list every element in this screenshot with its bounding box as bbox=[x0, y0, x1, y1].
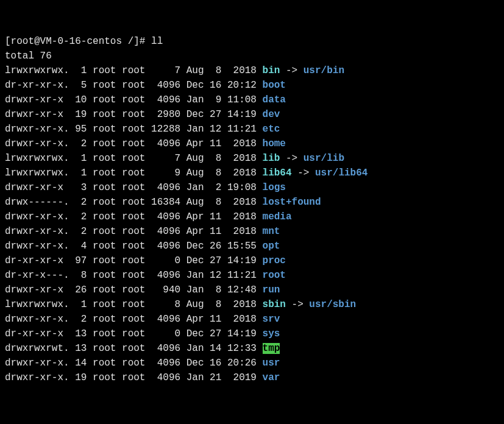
owner: root bbox=[93, 94, 116, 105]
owner: root bbox=[93, 168, 116, 178]
file-name-proc: proc bbox=[263, 255, 286, 266]
listing-row: drwxr-xr-x. 2 root root 4096 Apr 11 2018… bbox=[5, 224, 499, 239]
link-count: 8 bbox=[69, 270, 87, 281]
listing-row: dr-xr-xr-x 97 root root 0 Dec 27 14:19 p… bbox=[5, 253, 499, 268]
link-count: 97 bbox=[69, 255, 87, 266]
link-count: 95 bbox=[69, 124, 87, 135]
link-count: 1 bbox=[69, 153, 87, 164]
listing-row: drwx------. 2 root root 16384 Aug 8 2018… bbox=[5, 195, 499, 210]
date-month: Dec bbox=[186, 255, 204, 266]
file-name-sys: sys bbox=[263, 328, 280, 339]
group: root bbox=[122, 299, 145, 310]
group: root bbox=[122, 211, 145, 222]
listing-row: drwxr-xr-x 10 root root 4096 Jan 9 11:08… bbox=[5, 93, 499, 107]
permissions: drwxr-xr-x bbox=[5, 284, 69, 295]
file-name-data: data bbox=[263, 94, 286, 105]
permissions: drwxr-xr-x. bbox=[5, 372, 69, 383]
date-month: Aug bbox=[186, 299, 204, 310]
date-month: Dec bbox=[186, 80, 204, 91]
date-time: 11:21 bbox=[227, 124, 257, 135]
listing-row: drwxr-xr-x 19 root root 2980 Dec 27 14:1… bbox=[5, 107, 499, 122]
link-arrow: -> bbox=[286, 299, 309, 310]
date-day: 26 bbox=[204, 241, 222, 252]
date-day: 12 bbox=[204, 124, 222, 135]
owner: root bbox=[93, 109, 116, 120]
owner: root bbox=[93, 211, 116, 222]
date-time: 2018 bbox=[227, 226, 257, 237]
date-time: 11:21 bbox=[227, 270, 257, 281]
group: root bbox=[122, 168, 145, 178]
owner: root bbox=[93, 182, 116, 193]
link-target-bin: usr/bin bbox=[303, 65, 344, 76]
command-text: ll bbox=[151, 36, 163, 47]
date-month: Aug bbox=[186, 197, 204, 208]
date-day: 8 bbox=[204, 168, 222, 178]
link-arrow: -> bbox=[292, 168, 315, 178]
link-count: 5 bbox=[69, 80, 87, 91]
link-target-lib64: usr/lib64 bbox=[315, 168, 367, 178]
shell-prompt: [root@VM-0-16-centos /]# bbox=[5, 36, 151, 47]
listing-row: lrwxrwxrwx. 1 root root 7 Aug 8 2018 bin… bbox=[5, 63, 499, 78]
size: 7 bbox=[145, 153, 180, 164]
owner: root bbox=[93, 197, 116, 208]
date-month: Jan bbox=[186, 284, 204, 295]
file-name-boot: boot bbox=[263, 80, 286, 91]
date-time: 14:19 bbox=[227, 255, 257, 266]
size: 0 bbox=[145, 328, 180, 339]
terminal-output[interactable]: [root@VM-0-16-centos /]# lltotal 76lrwxr… bbox=[5, 34, 499, 385]
date-time: 2018 bbox=[227, 299, 257, 310]
link-target-sbin: usr/sbin bbox=[309, 299, 356, 310]
file-name-media: media bbox=[263, 211, 292, 222]
permissions: drwxr-xr-x. bbox=[5, 226, 69, 237]
date-time: 2018 bbox=[227, 65, 257, 76]
date-month: Dec bbox=[186, 328, 204, 339]
file-name-lib64: lib64 bbox=[263, 168, 292, 178]
permissions: drwxr-xr-x. bbox=[5, 211, 69, 222]
group: root bbox=[122, 109, 145, 120]
date-day: 11 bbox=[204, 138, 222, 149]
permissions: drwxr-xr-x. bbox=[5, 138, 69, 149]
owner: root bbox=[93, 124, 116, 135]
date-time: 12:33 bbox=[227, 343, 257, 354]
listing-row: dr-xr-xr-x 13 root root 0 Dec 27 14:19 s… bbox=[5, 327, 499, 341]
size: 0 bbox=[145, 255, 180, 266]
link-count: 19 bbox=[69, 109, 87, 120]
date-month: Jan bbox=[186, 124, 204, 135]
date-month: Apr bbox=[186, 138, 204, 149]
file-name-logs: logs bbox=[263, 182, 286, 193]
date-month: Aug bbox=[186, 153, 204, 164]
owner: root bbox=[93, 328, 116, 339]
listing-row: lrwxrwxrwx. 1 root root 9 Aug 8 2018 lib… bbox=[5, 166, 499, 180]
link-count: 13 bbox=[69, 328, 87, 339]
link-count: 3 bbox=[69, 182, 87, 193]
listing-row: lrwxrwxrwx. 1 root root 7 Aug 8 2018 lib… bbox=[5, 151, 499, 166]
link-count: 2 bbox=[69, 211, 87, 222]
date-day: 11 bbox=[204, 226, 222, 237]
file-name-dev: dev bbox=[263, 109, 280, 120]
permissions: drwx------. bbox=[5, 197, 69, 208]
date-day: 11 bbox=[204, 211, 222, 222]
size: 12288 bbox=[145, 124, 180, 135]
date-day: 9 bbox=[204, 94, 222, 105]
permissions: drwxr-xr-x. bbox=[5, 358, 69, 369]
date-month: Dec bbox=[186, 109, 204, 120]
permissions: lrwxrwxrwx. bbox=[5, 153, 69, 164]
listing-row: drwxr-xr-x. 2 root root 4096 Apr 11 2018… bbox=[5, 312, 499, 327]
date-day: 27 bbox=[204, 328, 222, 339]
listing-row: dr-xr-x---. 8 root root 4096 Jan 12 11:2… bbox=[5, 268, 499, 283]
group: root bbox=[122, 328, 145, 339]
permissions: lrwxrwxrwx. bbox=[5, 299, 69, 310]
owner: root bbox=[93, 153, 116, 164]
date-month: Dec bbox=[186, 358, 204, 369]
size: 4096 bbox=[145, 211, 180, 222]
listing-row: drwxr-xr-x. 4 root root 4096 Dec 26 15:5… bbox=[5, 239, 499, 253]
listing-row: drwxr-xr-x. 2 root root 4096 Apr 11 2018… bbox=[5, 210, 499, 224]
prompt-line: [root@VM-0-16-centos /]# ll bbox=[5, 34, 499, 49]
link-arrow: -> bbox=[280, 153, 303, 164]
date-time: 2018 bbox=[227, 168, 257, 178]
link-count: 1 bbox=[69, 299, 87, 310]
date-month: Aug bbox=[186, 65, 204, 76]
listing-row: drwxrwxrwt. 13 root root 4096 Jan 14 12:… bbox=[5, 341, 499, 356]
link-count: 4 bbox=[69, 241, 87, 252]
date-month: Apr bbox=[186, 211, 204, 222]
